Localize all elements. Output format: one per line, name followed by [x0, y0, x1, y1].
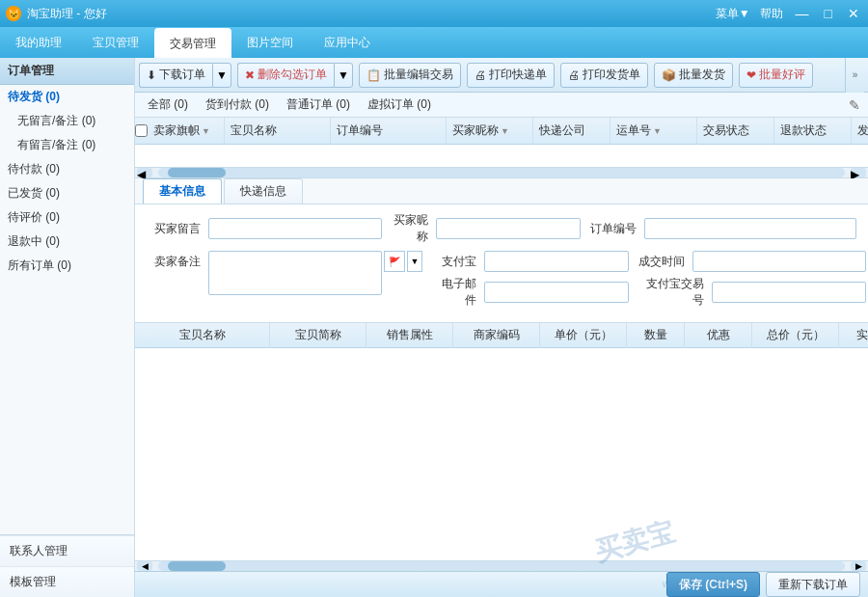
deal-time-input[interactable]	[692, 251, 866, 272]
nav-item-assistant[interactable]: 我的助理	[0, 27, 77, 58]
buyer-note-input[interactable]	[208, 218, 382, 239]
sidebar-item-shipped[interactable]: 已发货 (0)	[0, 181, 134, 205]
delete-order-arrow[interactable]: ▼	[334, 63, 353, 88]
email-input[interactable]	[484, 282, 629, 303]
download-icon: ⬇	[147, 68, 156, 82]
table-header: 卖家旗帜 ▼ 宝贝名称 订单编号 买家昵称 ▼ 快递公司 运单号 ▼ 交易状态	[135, 118, 868, 145]
order-num-input[interactable]	[644, 218, 856, 239]
footer-bar: 保存 (Ctrl+S) 重新下载订单	[135, 571, 868, 597]
pth-qty: 数量	[627, 323, 685, 348]
filter-bar: 全部 (0) 货到付款 (0) 普通订单 (0) 虚拟订单 (0) ✎	[135, 93, 868, 118]
content-area: ⬇ 下载订单 ▼ ✖ 删除勾选订单 ▼ 📋 批量编辑交易 🖨	[135, 58, 868, 597]
pth-actual: 实收	[839, 323, 868, 348]
h-scrollbar-bottom[interactable]: ◀ ▶	[135, 560, 868, 571]
h-scroll-left-btn-bottom[interactable]: ◀	[137, 561, 152, 571]
main-container: 订单管理 待发货 (0) 无留言/备注 (0) 有留言/备注 (0) 待付款 (…	[0, 58, 868, 597]
th-ship-status: 发货状	[852, 118, 868, 145]
alipay-tx-input[interactable]	[712, 282, 866, 303]
sort-icon-buyer[interactable]: ▼	[501, 126, 509, 136]
title-right: 菜单▼ 帮助 — □ ✕	[716, 6, 862, 22]
h-scroll-right-btn[interactable]: ▶	[851, 168, 866, 177]
th-seller-flag: 卖家旗帜 ▼	[148, 118, 225, 145]
bulk-edit-icon: 📋	[366, 68, 381, 82]
close-button[interactable]: ✕	[845, 6, 862, 21]
sidebar-item-pending-review[interactable]: 待评价 (0)	[0, 205, 134, 230]
buyer-note-label: 买家留言	[147, 221, 201, 237]
sidebar: 订单管理 待发货 (0) 无留言/备注 (0) 有留言/备注 (0) 待付款 (…	[0, 58, 135, 597]
download-order-arrow[interactable]: ▼	[212, 63, 231, 88]
alipay-input[interactable]	[484, 251, 629, 272]
download-order-button[interactable]: ⬇ 下载订单	[139, 63, 212, 88]
filter-tab-virtual[interactable]: 虚拟订单 (0)	[359, 93, 440, 117]
alipay-row: 支付宝 成交时间	[438, 251, 866, 272]
h-scroll-thumb-top[interactable]	[168, 168, 226, 177]
detail-tab-basic[interactable]: 基本信息	[143, 178, 222, 204]
flag-button[interactable]: 🚩	[384, 251, 405, 272]
h-scroll-track-bottom[interactable]	[158, 561, 845, 571]
delete-order-group: ✖ 删除勾选订单 ▼	[237, 63, 353, 88]
nav-item-photos[interactable]: 图片空间	[231, 27, 309, 58]
h-scroll-left-btn[interactable]: ◀	[137, 168, 152, 177]
filter-tab-all[interactable]: 全部 (0)	[139, 93, 197, 117]
sidebar-item-no-note[interactable]: 无留言/备注 (0)	[0, 109, 134, 133]
alipay-tx-label: 支付宝交易号	[637, 276, 704, 309]
nav-item-trade[interactable]: 交易管理	[154, 28, 231, 59]
delete-icon: ✖	[245, 68, 255, 82]
buyer-nick-input[interactable]	[436, 218, 581, 239]
edit-columns-icon[interactable]: ✎	[849, 97, 860, 113]
th-tracking-num: 运单号 ▼	[610, 118, 697, 145]
select-all-checkbox[interactable]	[135, 124, 148, 137]
h-scroll-track-top[interactable]	[158, 168, 845, 177]
delete-order-button[interactable]: ✖ 删除勾选订单	[237, 63, 334, 88]
detail-tabs: 基本信息 快递信息	[135, 178, 868, 204]
sidebar-bottom: 联系人管理 模板管理	[0, 534, 134, 597]
bulk-review-button[interactable]: ❤ 批量好评	[739, 63, 813, 88]
sidebar-item-pending-pay[interactable]: 待付款 (0)	[0, 157, 134, 181]
sidebar-item-refund[interactable]: 退款中 (0)	[0, 230, 134, 254]
save-button[interactable]: 保存 (Ctrl+S)	[666, 572, 760, 597]
table-body	[135, 145, 868, 168]
detail-tab-express[interactable]: 快递信息	[224, 178, 303, 204]
nav-item-products[interactable]: 宝贝管理	[77, 27, 154, 58]
th-refund-status: 退款状态	[774, 118, 852, 145]
seller-note-textarea[interactable]	[208, 251, 382, 295]
bulk-ship-button[interactable]: 📦 批量发货	[654, 63, 733, 88]
title-bar: 🐱 淘宝助理 - 您好 菜单▼ 帮助 — □ ✕	[0, 0, 868, 27]
help-label[interactable]: 帮助	[760, 6, 783, 22]
filter-tab-normal[interactable]: 普通订单 (0)	[278, 93, 359, 117]
pth-name: 宝贝名称	[135, 323, 270, 348]
filter-tab-cod[interactable]: 货到付款 (0)	[197, 93, 278, 117]
sidebar-item-has-note[interactable]: 有留言/备注 (0)	[0, 133, 134, 157]
h-scroll-thumb-bottom[interactable]	[168, 561, 226, 571]
minimize-button[interactable]: —	[793, 6, 812, 21]
product-table: 宝贝名称 宝贝简称 销售属性 商家编码 单价（元） 数量 优惠 总价（元） 实收	[135, 322, 868, 560]
product-table-header: 宝贝名称 宝贝简称 销售属性 商家编码 单价（元） 数量 优惠 总价（元） 实收	[135, 323, 868, 348]
sidebar-item-templates[interactable]: 模板管理	[0, 566, 134, 597]
flag-dropdown[interactable]: ▼	[407, 251, 422, 272]
bulk-edit-button[interactable]: 📋 批量编辑交易	[359, 63, 461, 88]
deal-time-label: 成交时间	[637, 254, 685, 270]
sort-icon-tracking[interactable]: ▼	[653, 126, 662, 136]
print-express-button[interactable]: 🖨 打印快递单	[467, 63, 555, 88]
th-buyer-nick: 买家昵称 ▼	[447, 118, 533, 145]
bulk-review-icon: ❤	[746, 68, 756, 82]
email-label: 电子邮件	[438, 276, 476, 309]
print-delivery-button[interactable]: 🖨 打印发货单	[560, 63, 648, 88]
h-scrollbar-top[interactable]: ◀ ▶	[135, 168, 868, 178]
seller-note-group: 🚩 ▼	[208, 251, 422, 295]
seller-note-label: 卖家备注	[147, 254, 201, 270]
more-button[interactable]: »	[845, 58, 864, 93]
sidebar-item-contacts[interactable]: 联系人管理	[0, 535, 134, 566]
h-scroll-right-btn-bottom[interactable]: ▶	[851, 561, 866, 571]
sort-icon-flag[interactable]: ▼	[202, 126, 210, 136]
reload-button[interactable]: 重新下载订单	[766, 572, 860, 597]
th-trade-status: 交易状态	[697, 118, 774, 145]
nav-item-apps[interactable]: 应用中心	[309, 27, 386, 58]
th-checkbox[interactable]	[135, 124, 148, 137]
download-order-group: ⬇ 下载订单 ▼	[139, 63, 231, 88]
sidebar-item-pending-ship[interactable]: 待发货 (0)	[0, 85, 134, 109]
maximize-button[interactable]: □	[822, 6, 835, 21]
print-delivery-icon: 🖨	[568, 68, 580, 82]
sidebar-item-all-orders[interactable]: 所有订单 (0)	[0, 254, 134, 278]
menu-label[interactable]: 菜单▼	[716, 6, 750, 22]
